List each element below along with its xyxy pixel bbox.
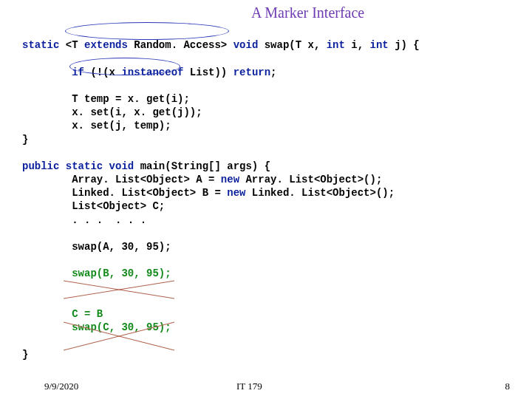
crossout-annotation	[64, 279, 182, 301]
txt: List))	[183, 66, 233, 78]
code-line: }	[22, 349, 28, 361]
code-line: }	[22, 134, 28, 146]
code-block: static <T extends Random. Access> void s…	[22, 25, 420, 361]
txt: <T	[59, 39, 84, 51]
code-line: Linked. List<Object> B =	[22, 187, 227, 199]
kw-static: static	[22, 39, 59, 51]
code-line: swap(A, 30, 95);	[22, 241, 171, 253]
indent	[22, 267, 72, 279]
code-line: T temp = x. get(i);	[22, 93, 190, 105]
kw-public-static-void: public static void	[22, 160, 134, 172]
ellipse-annotation	[69, 58, 180, 75]
crossout-annotation	[64, 321, 182, 353]
txt: Linked. List<Object>();	[245, 187, 395, 199]
footer-date: 9/9/2020	[44, 381, 78, 393]
code-line: . . . . . .	[22, 214, 146, 226]
code-line: List<Object> C;	[22, 200, 165, 212]
txt: Random. Access>	[128, 39, 233, 51]
kw-extends: extends	[84, 39, 128, 51]
code-line: x. set(i, x. get(j));	[22, 106, 202, 118]
kw-return: return	[233, 66, 270, 78]
txt: i,	[345, 39, 370, 51]
code-line-green: C = B	[72, 308, 103, 320]
indent	[22, 308, 72, 320]
code-line-green: swap(B, 30, 95);	[72, 267, 171, 279]
txt: j) {	[389, 39, 420, 51]
txt: swap(T x,	[258, 39, 326, 51]
txt: main(String[] args) {	[134, 160, 270, 172]
kw-new: new	[221, 174, 239, 185]
kw-int: int	[370, 39, 389, 51]
code-line: Array. List<Object> A =	[22, 174, 221, 185]
footer-page-number: 8	[505, 381, 511, 393]
txt: Array. List<Object>();	[239, 174, 382, 185]
kw-int: int	[327, 39, 345, 51]
kw-new: new	[227, 187, 245, 199]
ellipse-annotation	[65, 22, 229, 40]
code-line: x. set(j, temp);	[22, 120, 171, 132]
kw-void: void	[233, 39, 259, 51]
slide-title: A Marker Interface	[251, 3, 364, 22]
txt: ;	[270, 66, 276, 78]
footer-center: IT 179	[236, 381, 262, 393]
